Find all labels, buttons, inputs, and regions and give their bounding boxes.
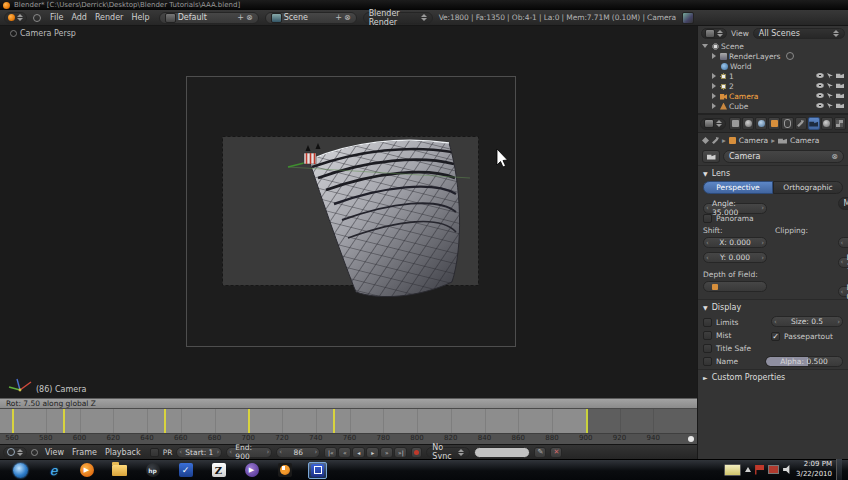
outliner-label[interactable]: RenderLayers — [729, 52, 781, 61]
expand-arrow-icon[interactable] — [712, 73, 716, 79]
menu-file[interactable]: File — [47, 13, 66, 22]
keyframe-marker[interactable] — [248, 409, 250, 433]
outliner-label[interactable]: 1 — [729, 72, 734, 81]
renderability-camera-icon[interactable] — [836, 103, 844, 108]
tablet-tray-icon[interactable] — [724, 464, 741, 476]
taskbar-icon-internet-explorer[interactable]: e — [44, 462, 63, 479]
record-button[interactable] — [411, 447, 422, 458]
lens-section-header[interactable]: ▼Lens — [698, 165, 848, 181]
taskbar-icon-start-orb[interactable] — [11, 462, 30, 479]
properties-editor-selector[interactable] — [700, 118, 726, 130]
passepartout-alpha-slider[interactable]: Alpha: 0.500 — [765, 356, 843, 367]
editor-type-selector[interactable] — [4, 12, 27, 24]
keyframe-marker[interactable] — [333, 409, 335, 433]
play-reverse-button[interactable]: ◂ — [352, 447, 365, 458]
selectability-cursor-icon[interactable] — [827, 103, 833, 109]
volume-icon[interactable] — [783, 465, 792, 474]
unlink-button[interactable]: ⊗ — [831, 152, 838, 161]
visibility-eye-icon[interactable] — [816, 83, 824, 88]
taskbar-icon-blender[interactable] — [275, 462, 294, 479]
outliner-panel[interactable]: View All Scenes SceneRenderLayersWorld12… — [698, 26, 848, 115]
display-section-header[interactable]: ▼Display — [698, 299, 848, 315]
outliner-row-renderlayers[interactable]: RenderLayers — [698, 51, 848, 61]
tab-scene[interactable] — [742, 117, 754, 130]
next-keyframe-button[interactable]: » — [380, 447, 393, 458]
display-status-icon[interactable] — [768, 465, 779, 474]
renderability-camera-icon[interactable] — [836, 73, 844, 78]
angle-field[interactable]: ‹Angle: 35.000› — [703, 203, 767, 214]
tab-modifiers[interactable] — [795, 117, 807, 130]
scene-selector[interactable]: Scene + ⊗ — [265, 12, 357, 24]
preview-range-toggle[interactable]: PR — [150, 448, 173, 457]
title-safe-checkbox[interactable] — [703, 344, 712, 353]
outliner-row-world[interactable]: World — [698, 61, 848, 71]
selectability-cursor-icon[interactable] — [827, 93, 833, 99]
tab-render[interactable] — [729, 117, 741, 130]
menu-add[interactable]: Add — [68, 13, 90, 22]
outliner-row-1[interactable]: 1 — [698, 71, 848, 81]
display-size-field[interactable]: ‹Size: 0.5› — [771, 316, 843, 327]
passepartout-checkbox[interactable] — [771, 332, 780, 341]
frame-end-field[interactable]: ‹End: 900› — [226, 447, 272, 458]
dof-distance-field[interactable]: ‹Distance: 0.000› — [838, 286, 848, 297]
expand-arrow-icon[interactable] — [712, 103, 716, 109]
panorama-checkbox[interactable] — [703, 214, 712, 223]
show-desktop-button[interactable] — [836, 459, 842, 480]
visibility-eye-icon[interactable] — [816, 73, 824, 78]
viewport-canvas[interactable] — [0, 26, 697, 398]
keyframe-marker[interactable] — [12, 409, 14, 433]
hidden-icons-arrow[interactable] — [745, 467, 751, 472]
taskbar-icon-checkmark-app[interactable]: ✓ — [176, 462, 195, 479]
clip-start-field[interactable]: ‹Start: 0.100› — [838, 237, 848, 248]
outliner-row-scene[interactable]: Scene — [698, 41, 848, 51]
outliner-view-menu[interactable]: View — [731, 29, 749, 38]
taskbar-icon-zbrush[interactable]: Z — [209, 462, 228, 479]
name-checkbox[interactable] — [703, 357, 712, 366]
breadcrumb-data[interactable]: Camera — [790, 136, 819, 145]
outliner-editor-selector[interactable] — [701, 28, 727, 39]
timeline-editor-selector[interactable] — [3, 447, 27, 458]
tab-camera-data[interactable] — [808, 117, 820, 130]
renderability-camera-icon[interactable] — [836, 93, 844, 98]
selectability-cursor-icon[interactable] — [827, 73, 833, 79]
tool-icon[interactable] — [712, 137, 719, 144]
expand-arrow-icon[interactable] — [712, 93, 716, 99]
camera-name-field[interactable]: Camera ⊗ — [723, 150, 844, 163]
prev-keyframe-button[interactable]: « — [338, 447, 351, 458]
outliner-label[interactable]: World — [730, 62, 752, 71]
window-titlebar[interactable]: Blender* [C:\Users\Derrick\Desktop\Blend… — [0, 0, 848, 10]
insert-keyframe-button[interactable]: ✎ — [534, 447, 546, 458]
taskbar-clock[interactable]: 2:09 PM 3/22/2010 — [796, 460, 832, 479]
expand-arrow-icon[interactable] — [712, 53, 716, 59]
tab-object[interactable] — [768, 117, 780, 130]
action-center-flag-icon[interactable] — [755, 465, 764, 475]
outliner-label[interactable]: Cube — [729, 102, 748, 111]
current-frame-field[interactable]: ‹86› — [276, 447, 320, 458]
outliner-row-camera[interactable]: Camera — [698, 91, 848, 101]
add-layout-button[interactable]: + — [237, 13, 244, 22]
menu-help[interactable]: Help — [128, 13, 152, 22]
layer-render-toggle-icon[interactable] — [786, 52, 794, 60]
outliner-label[interactable]: 2 — [729, 82, 734, 91]
taskbar-icon-media-player-orange[interactable]: ▶ — [77, 462, 96, 479]
frame-start-field[interactable]: ‹Start: 1› — [176, 447, 222, 458]
jump-to-start-button[interactable]: |« — [324, 447, 337, 458]
timeline-ruler[interactable]: 5605806006206406606807007207407607808008… — [0, 409, 697, 444]
pin-icon[interactable] — [702, 137, 709, 144]
limits-checkbox[interactable] — [703, 318, 712, 327]
tab-texture[interactable] — [834, 117, 846, 130]
screen-layout-selector[interactable]: Default + ⊗ — [159, 12, 259, 24]
jump-to-end-button[interactable]: »| — [394, 447, 407, 458]
taskbar-icon-media-player-purple[interactable]: ▶ — [242, 462, 261, 479]
close-layout-button[interactable]: ⊗ — [246, 13, 253, 22]
clip-end-field[interactable]: ‹End: 1000.000› — [838, 257, 848, 268]
expand-arrow-icon[interactable] — [712, 83, 716, 89]
custom-properties-header[interactable]: ►Custom Properties — [698, 369, 848, 385]
keyframe-marker[interactable] — [63, 409, 65, 433]
ruler-scroll-nub[interactable] — [688, 436, 694, 442]
menu-render[interactable]: Render — [92, 13, 126, 22]
timeline-menu-frame[interactable]: Frame — [69, 448, 100, 457]
visibility-eye-icon[interactable] — [816, 103, 824, 108]
outliner-scope-dropdown[interactable]: All Scenes — [753, 28, 845, 39]
timeline-menu-playback[interactable]: Playback — [102, 448, 144, 457]
